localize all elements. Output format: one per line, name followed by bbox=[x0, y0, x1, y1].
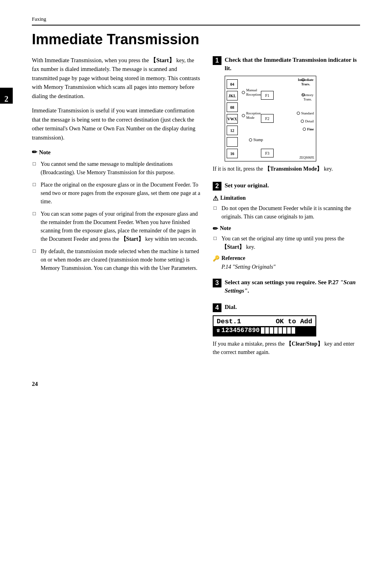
fn-f2-btn: F2 bbox=[261, 114, 274, 123]
standard-radio bbox=[297, 112, 300, 115]
reception-radio-circle bbox=[242, 114, 245, 117]
standard-label: Standard bbox=[301, 111, 314, 115]
manual-radio-circle bbox=[242, 91, 245, 94]
manual-reception-radio: ManualReception bbox=[242, 88, 261, 97]
note-section: ✏ Note You cannot send the same message … bbox=[32, 147, 201, 272]
step-3-number: 3 bbox=[213, 279, 221, 287]
stamp-label: Stamp bbox=[253, 137, 263, 143]
page-footer: 24 bbox=[32, 381, 360, 387]
detail-group: Detail bbox=[301, 119, 314, 123]
chapter-tab: 2 bbox=[0, 88, 13, 104]
dial-dest: Dest.1 bbox=[217, 318, 241, 325]
stamp-radio-circle bbox=[249, 138, 252, 142]
step-2-note: ✏ Note You can set the original any time… bbox=[213, 225, 360, 251]
manual-reception-label: ManualReception bbox=[246, 88, 261, 97]
step-3-block: 3 Select any scan settings you require. … bbox=[213, 278, 360, 295]
limitation-list: Do not open the Document Feeder while it… bbox=[213, 204, 360, 221]
note-list: You cannot send the same message to mult… bbox=[32, 160, 201, 272]
page-title: Immediate Transmission bbox=[32, 31, 360, 48]
step-2-title: Set your original. bbox=[225, 181, 269, 190]
limitation-item-1: Do not open the Document Feeder while it… bbox=[213, 204, 360, 221]
step-2-number: 2 bbox=[213, 182, 221, 191]
btn-blank1 bbox=[227, 137, 238, 147]
step-3-row: 3 Select any scan settings you require. … bbox=[213, 278, 360, 295]
stamp-radio: Stamp bbox=[249, 137, 263, 143]
btn-04: 04 bbox=[227, 79, 238, 89]
step-4-block: 4 Dial. Dest.1 OK to Add ☎ 1234567890 bbox=[213, 303, 360, 357]
fine-group: Fine bbox=[303, 127, 314, 131]
detail-radio bbox=[301, 120, 304, 123]
limitation-icon: ⚠ bbox=[213, 195, 218, 202]
note-item-1: You cannot send the same message to mult… bbox=[32, 160, 201, 177]
btn-16: 16 bbox=[227, 149, 238, 158]
note-item-2: Place the original on the exposure glass… bbox=[32, 181, 201, 206]
step-4-after-text: If you make a mistake, press the 【Clear/… bbox=[213, 340, 360, 357]
intro-para-1: With Immediate Transmission, when you pr… bbox=[32, 56, 201, 100]
step-1-row: 1 Check that the Immediate Transmission … bbox=[213, 56, 360, 73]
note-icon: ✏ bbox=[32, 147, 37, 157]
memory-trans-radio bbox=[302, 93, 305, 97]
step-4-title: Dial. bbox=[225, 303, 237, 311]
btn-vwx: VWX bbox=[227, 114, 238, 124]
btn-12: 12 bbox=[227, 126, 238, 135]
limitation-heading: ⚠ Limitation bbox=[213, 195, 360, 202]
step-2-note-label: Note bbox=[220, 225, 231, 232]
panel-diagram: 04 JKL 08 VWX 12 16 ManualReception bbox=[225, 76, 316, 161]
step-1-block: 1 Check that the Immediate Transmission … bbox=[213, 56, 360, 173]
fn-f1-btn: F1 bbox=[261, 91, 274, 100]
section-divider bbox=[32, 25, 360, 26]
btn-jkl: JKL bbox=[227, 91, 238, 100]
right-column: 1 Check that the Immediate Transmission … bbox=[213, 56, 360, 365]
intro-para-2: Immediate Transmission is useful if you … bbox=[32, 106, 201, 142]
dial-number: 1234567890 bbox=[221, 327, 260, 334]
manual-reception-group: ManualReception bbox=[242, 88, 261, 98]
note-label: Note bbox=[39, 148, 51, 157]
step-1-title: Check that the Immediate Transmission in… bbox=[225, 56, 360, 73]
reception-mode-label: ReceptionMode bbox=[246, 111, 261, 120]
panel-watermark: ZEQS06FE bbox=[300, 156, 314, 159]
step-2-note-icon: ✏ bbox=[213, 225, 218, 232]
btn-08: 08 bbox=[227, 102, 238, 112]
panel-inner: 04 JKL 08 VWX 12 16 ManualReception bbox=[225, 76, 316, 161]
step-2-note-item-1: You can set the original any time up unt… bbox=[213, 234, 360, 251]
fine-label: Fine bbox=[307, 127, 314, 131]
reference-icon: 🔑 bbox=[213, 255, 219, 262]
reception-mode-radio: ReceptionMode bbox=[242, 111, 261, 120]
dial-cursor-blocks bbox=[261, 327, 296, 334]
limitation-label: Limitation bbox=[220, 195, 246, 201]
standard-group: Standard bbox=[297, 111, 314, 115]
page-wrapper: 2 Faxing Immediate Transmission With Imm… bbox=[0, 0, 380, 403]
step-4-row: 4 Dial. bbox=[213, 303, 360, 312]
note-heading: ✏ Note bbox=[32, 147, 201, 157]
intro-section: With Immediate Transmission, when you pr… bbox=[32, 56, 360, 365]
dial-row2: ☎ 1234567890 bbox=[214, 326, 315, 336]
step-1-number: 1 bbox=[213, 56, 221, 65]
step-2-block: 2 Set your original. ⚠ Limitation Do not… bbox=[213, 181, 360, 270]
step-3-title: Select any scan settings you require. Se… bbox=[225, 278, 360, 295]
reference-heading: 🔑 Reference bbox=[213, 255, 360, 262]
fax-icon: ☎ bbox=[217, 327, 220, 334]
step-1-after-text: If it is not lit, press the 【Transmissio… bbox=[213, 165, 360, 173]
immediate-radio bbox=[302, 78, 305, 82]
step-2-row: 2 Set your original. bbox=[213, 181, 360, 191]
dial-ok-add: OK to Add bbox=[276, 318, 312, 325]
immediate-label: ImmediateTrars. bbox=[298, 78, 313, 87]
step-4-number: 4 bbox=[213, 303, 221, 312]
step-2-reference: 🔑 Reference P.14 "Setting Originals" bbox=[213, 255, 360, 270]
fine-radio bbox=[303, 128, 306, 131]
note-item-4: By default, the transmission mode select… bbox=[32, 247, 201, 272]
reception-mode-group: ReceptionMode bbox=[242, 111, 261, 121]
step-2-note-heading: ✏ Note bbox=[213, 225, 360, 232]
step-2-note-list: You can set the original any time up unt… bbox=[213, 234, 360, 251]
reference-label: Reference bbox=[221, 255, 245, 262]
dial-row1: Dest.1 OK to Add bbox=[214, 316, 315, 326]
note-item-3: You can scan some pages of your original… bbox=[32, 210, 201, 243]
left-column: With Immediate Transmission, when you pr… bbox=[32, 56, 201, 276]
limitation-block: ⚠ Limitation Do not open the Document Fe… bbox=[213, 195, 360, 221]
reference-text: P.14 "Setting Originals" bbox=[213, 264, 360, 270]
detail-label: Detail bbox=[305, 119, 314, 123]
stamp-group: Stamp bbox=[249, 137, 263, 144]
dial-display: Dest.1 OK to Add ☎ 1234567890 bbox=[213, 315, 316, 336]
page-number: 24 bbox=[32, 381, 38, 387]
section-label: Faxing bbox=[32, 16, 360, 22]
